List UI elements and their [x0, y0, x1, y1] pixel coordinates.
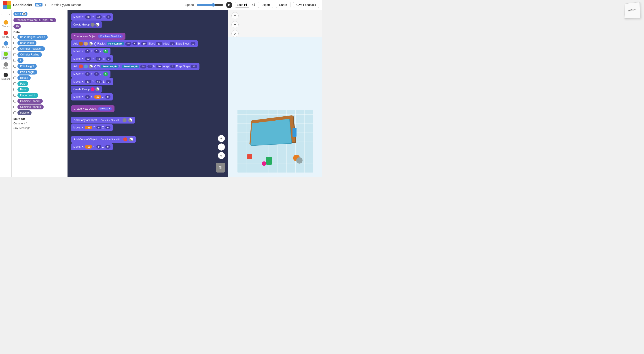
var-base-width: Base Width	[14, 41, 66, 46]
move-block-3[interactable]: Move: X: 33 Y: 48 Z: 0	[71, 55, 113, 63]
var-combine-stand-i-cb[interactable]	[14, 100, 16, 103]
var-combine-stand-i-btn[interactable]: Combine Stand I	[18, 99, 43, 104]
radius-label: Radius	[97, 42, 106, 45]
create-new-block-1[interactable]: Create New Object Combine Stand II ▾	[71, 33, 126, 40]
play-button[interactable]	[226, 2, 232, 8]
add-copy-label-2: Add Copy of Object	[74, 138, 97, 141]
add-box-block[interactable]: Add ❮ W Pole Length L Pole Length / ▾ 2 …	[71, 63, 200, 70]
view-reset[interactable]: ↙	[232, 30, 238, 37]
var-base-height-cb[interactable]	[14, 36, 16, 39]
view-zoom-out[interactable]: −	[232, 21, 238, 28]
var-base-btn[interactable]: Base	[18, 87, 29, 92]
var-object0-cb[interactable]	[14, 111, 16, 114]
arrow-left-1[interactable]: ❮	[94, 42, 96, 46]
move-block-5[interactable]: Move: X: 33 Y: 50 Z: 0	[71, 78, 113, 85]
nav-back-button[interactable]: ←	[0, 12, 5, 17]
export-button[interactable]: Export	[258, 2, 273, 8]
combine-stand-ii-dropdown[interactable]: Combine Stand II ▾	[98, 35, 123, 38]
create-group-block-2[interactable]: Create Group	[71, 86, 102, 93]
reset-button[interactable]: ↺	[252, 3, 255, 8]
move-block-1[interactable]: Move: X: 33 Y: 48 Z: 0	[71, 14, 113, 21]
var-combine-stand-ii-cb[interactable]	[14, 106, 16, 108]
move-block-4[interactable]: Move: X: 0 Y: 0 Z: 5	[71, 71, 110, 78]
add-cylinder-block[interactable]: Add ❮ Radius Pole Length / ▾ 4 H 10 Side…	[71, 40, 198, 47]
step-button[interactable]: Step	[235, 2, 250, 8]
brand-chevron[interactable]: ▾	[45, 3, 46, 7]
view-3d-scene	[228, 37, 322, 177]
obj-pink-piece	[262, 161, 266, 166]
var-base-width-cb[interactable]	[14, 42, 16, 44]
combine-stand-i-dropdown[interactable]: Combine Stand I	[99, 118, 121, 122]
arrow-left-2[interactable]: ❮	[94, 65, 96, 68]
say-item[interactable]: Say Message	[14, 126, 66, 130]
sidebar-item-shapes[interactable]: Shapes	[1, 19, 11, 29]
edge-steps-val-1: 1	[190, 42, 196, 46]
var-base-height-btn[interactable]: Base Height Position	[18, 35, 48, 40]
move-copy-1[interactable]: Move: X: -66 Y: 0 Z: 0	[71, 124, 113, 131]
nav-forward-button[interactable]: →	[6, 12, 12, 17]
canvas-zoom-in[interactable]: +	[218, 135, 225, 142]
object0-dropdown[interactable]: object0 ▾	[98, 107, 112, 111]
sidebar-item-math[interactable]: Math	[1, 51, 11, 60]
sidebar-item-data[interactable]: Data	[1, 61, 11, 71]
var-object0-btn[interactable]: object0	[18, 110, 32, 115]
move-block-2[interactable]: Move: X: 0 Y: 0 Z: 5	[71, 48, 110, 55]
y-label-6: Y:	[91, 95, 93, 99]
w-label: W	[97, 65, 100, 68]
x-val-2: 0	[85, 50, 90, 53]
div-dropdown-2[interactable]: / ▾	[140, 65, 146, 69]
var-i-cb[interactable]	[14, 59, 16, 62]
ninety-button[interactable]: 90	[14, 24, 21, 29]
var-base-width-btn[interactable]: Base Width	[18, 41, 36, 46]
div-dropdown-1[interactable]: / ▾	[125, 42, 132, 46]
view-zoom-in[interactable]: +	[232, 12, 238, 19]
combine-stand-ii-copy-dropdown[interactable]: Combine Stand II	[99, 138, 122, 141]
canvas-scroll[interactable]: Move: X: 33 Y: 48 Z: 0 Create Group	[68, 10, 228, 177]
y-val-5: 50	[96, 80, 102, 84]
y-val-copy-1: 0	[96, 126, 101, 129]
var-pole-btn[interactable]: Pole	[18, 81, 28, 86]
trash-button[interactable]: 🗑	[216, 163, 225, 173]
add-copy-stand-i[interactable]: Add Copy of Object Combine Stand I	[71, 117, 135, 124]
var-cylinder-position-btn[interactable]: Cylinder Posisition	[18, 46, 45, 51]
create-group-block-1[interactable]: Create Group	[71, 21, 102, 28]
var-cylinder-radius-btn[interactable]: Cylinder Radius	[18, 52, 42, 57]
var-cylinder-radius: Cylinder Radius	[14, 52, 66, 57]
new-badge: NEW	[35, 3, 42, 7]
var-pole: Pole	[14, 81, 66, 86]
block-group-2: Create New Object Combine Stand II ▾ Add…	[71, 33, 224, 101]
random-button[interactable]: Random between 0 and 10	[14, 18, 56, 22]
var-rotate-cb[interactable]	[14, 77, 16, 79]
var-i-btn[interactable]: i	[18, 58, 24, 63]
var-pole-length-cb[interactable]	[14, 71, 16, 73]
var-pole-height-btn[interactable]: Pole Height	[18, 64, 37, 69]
sidebar-item-modify[interactable]: Modify	[1, 30, 11, 39]
sides-label: Sides	[148, 42, 155, 45]
sidebar-item-markup[interactable]: Mark Up	[1, 72, 11, 81]
var-pole-length-btn[interactable]: Pole Length	[18, 70, 37, 75]
var-pole-cb[interactable]	[14, 82, 16, 85]
speed-slider[interactable]	[196, 3, 224, 7]
canvas-zoom-out[interactable]: −	[218, 143, 225, 151]
var-cylinder-radius-cb[interactable]	[14, 53, 16, 56]
move-copy-2[interactable]: Move: X: -66 Y: 0 Z: 0	[71, 143, 113, 150]
canvas-zoom-fit[interactable]: ⊙	[218, 152, 225, 159]
var-finger-notch: Finger Notch	[14, 93, 66, 98]
sidebar-item-control[interactable]: Control	[1, 40, 11, 50]
var-rotate-btn[interactable]: Rotate	[18, 75, 31, 80]
var-pole-height-cb[interactable]	[14, 65, 16, 68]
x-label-copy-1: X:	[82, 126, 84, 129]
var-combine-stand-ii-btn[interactable]: Combine Stand II	[18, 105, 44, 109]
var-finger-notch-cb[interactable]	[14, 94, 16, 97]
add-copy-stand-ii[interactable]: Add Copy of Object Combine Stand II	[71, 136, 136, 143]
var-cylinder-position-cb[interactable]	[14, 48, 16, 50]
create-new-block-2[interactable]: Create New Object object0 ▾	[71, 105, 114, 112]
feedback-button[interactable]: Give Feedback	[293, 2, 319, 8]
comment-item[interactable]: Comment //	[14, 121, 66, 126]
sin-button[interactable]: Sin▾ 0	[14, 12, 28, 16]
move-block-6[interactable]: Move: X: 0 Y: -93 Z: 0	[71, 93, 113, 101]
share-button[interactable]: Share	[276, 2, 290, 8]
var-finger-notch-btn[interactable]: Finger Notch	[18, 93, 38, 98]
var-base-cb[interactable]	[14, 88, 16, 91]
x-label-6: X:	[82, 95, 84, 99]
